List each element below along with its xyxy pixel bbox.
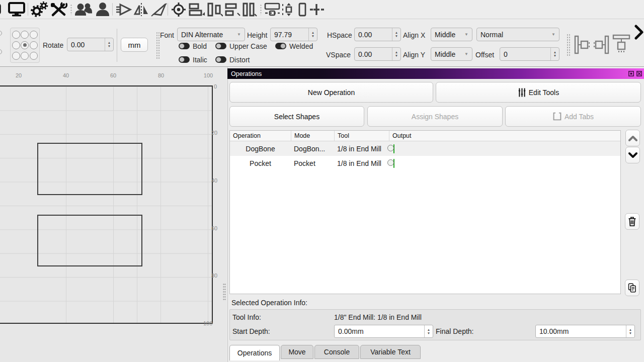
- welded-toggle[interactable]: [275, 43, 286, 49]
- align-to-right-edge-icon[interactable]: [593, 35, 610, 57]
- final-depth-spinbox[interactable]: ▲▼: [535, 325, 635, 338]
- upper-case-toggle[interactable]: [215, 43, 226, 49]
- hspace-input[interactable]: [355, 28, 392, 41]
- duplicate-operation-button[interactable]: [625, 280, 639, 296]
- rectangle-shape-2[interactable]: [37, 215, 142, 266]
- vspace-spinbox[interactable]: ▲▼: [354, 47, 401, 61]
- align-bottom-icon[interactable]: [187, 2, 205, 17]
- column-header-tool[interactable]: Tool: [334, 131, 389, 141]
- settings-gears-icon[interactable]: [30, 2, 48, 17]
- distribute-box-icon[interactable]: [263, 2, 281, 17]
- anchor-middle-left[interactable]: [12, 41, 20, 49]
- distort-toggle[interactable]: [215, 56, 226, 63]
- align-x-value: Middle: [431, 31, 462, 39]
- tools-icon[interactable]: [49, 2, 67, 17]
- tab-operations[interactable]: Operations: [229, 345, 280, 360]
- offset-spinbox[interactable]: ▲▼: [500, 47, 559, 61]
- final-depth-spin-arrows[interactable]: ▲▼: [626, 325, 634, 337]
- select-shapes-button[interactable]: Select Shapes: [229, 106, 364, 127]
- align-to-left-edge-icon[interactable]: [574, 35, 591, 57]
- table-row-pocket[interactable]: Pocket Pocket 1/8 in End Mill: [230, 156, 620, 170]
- anchor-middle-right[interactable]: [30, 41, 38, 49]
- start-depth-spin-arrows[interactable]: ▲▼: [424, 325, 433, 337]
- rectangle-shape-1[interactable]: [37, 143, 142, 195]
- edit-tools-label: Edit Tools: [529, 88, 559, 97]
- move-operation-up-button[interactable]: [625, 130, 640, 146]
- align-x-dropdown[interactable]: Middle ▼: [431, 28, 472, 41]
- anchor-bottom-center[interactable]: [21, 52, 29, 60]
- start-depth-input[interactable]: [335, 325, 424, 337]
- edit-tools-button[interactable]: Edit Tools: [436, 82, 641, 103]
- chevron-down-icon: ▼: [462, 32, 472, 37]
- output-toggle-on[interactable]: [393, 144, 394, 153]
- display-icon[interactable]: [8, 2, 26, 17]
- panel-close-icon[interactable]: [636, 70, 642, 78]
- column-header-output[interactable]: Output: [389, 131, 620, 141]
- origin-target-icon[interactable]: [170, 2, 187, 17]
- bold-toggle[interactable]: [179, 43, 190, 49]
- work-area[interactable]: [0, 85, 213, 324]
- move-operation-down-button[interactable]: [625, 147, 640, 163]
- align-left-bars-icon[interactable]: [223, 2, 242, 17]
- size-bracket-icon[interactable]: [296, 2, 308, 17]
- hspace-spin-arrows[interactable]: ▲▼: [392, 28, 400, 41]
- skew-icon[interactable]: [150, 2, 168, 17]
- user-icon[interactable]: [95, 2, 111, 17]
- new-operation-button[interactable]: New Operation: [229, 82, 433, 103]
- operations-panel-titlebar[interactable]: Operations: [227, 68, 644, 79]
- vspace-spin-arrows[interactable]: ▲▼: [392, 48, 400, 60]
- font-dropdown[interactable]: DIN Alternate ▼: [177, 28, 245, 41]
- anchor-middle-center[interactable]: [21, 41, 29, 49]
- align-y-dropdown[interactable]: Middle ▼: [431, 47, 472, 61]
- distribute-height-icon[interactable]: [281, 2, 296, 17]
- rotate-input[interactable]: [67, 38, 105, 51]
- column-header-operation[interactable]: Operation: [230, 131, 291, 141]
- italic-toggle[interactable]: [179, 56, 190, 63]
- height-spinbox[interactable]: ▲▼: [270, 28, 317, 41]
- align-center-h-icon[interactable]: [205, 2, 223, 17]
- offset-input[interactable]: [500, 48, 550, 60]
- panel-float-icon[interactable]: [628, 70, 634, 78]
- h-ruler-tick: 20: [14, 72, 24, 78]
- delete-operation-button[interactable]: [625, 213, 639, 230]
- height-input[interactable]: [271, 28, 308, 41]
- output-toggle-on[interactable]: [393, 159, 394, 168]
- offset-spin-arrows[interactable]: ▲▼: [550, 48, 559, 60]
- anchor-top-center[interactable]: [21, 31, 29, 39]
- anchor-top-left[interactable]: [12, 31, 20, 39]
- v-ruler-tick: 60: [211, 225, 217, 231]
- column-header-mode[interactable]: Mode: [291, 131, 334, 141]
- units-mm-button[interactable]: mm: [121, 38, 148, 52]
- design-canvas[interactable]: 20 40 60 80 100 0 20 40 60 80 100: [0, 67, 227, 362]
- rotate-spin-arrows[interactable]: ▲▼: [105, 38, 113, 51]
- align-y-label: Align Y: [403, 51, 425, 59]
- final-depth-input[interactable]: [536, 325, 626, 337]
- anchor-bottom-left[interactable]: [12, 52, 20, 60]
- mirror-horizontal-icon[interactable]: [132, 2, 150, 17]
- assign-shapes-button[interactable]: Assign Shapes: [367, 106, 503, 127]
- tab-console[interactable]: Console: [314, 345, 359, 359]
- tab-variable-text[interactable]: Variable Text: [360, 345, 421, 359]
- start-depth-spinbox[interactable]: ▲▼: [334, 325, 433, 338]
- panel-expand-chevron-icon[interactable]: [634, 24, 644, 42]
- anchor-top-right[interactable]: [30, 31, 38, 39]
- vspace-input[interactable]: [355, 48, 392, 60]
- anchor-point-selector[interactable]: [10, 28, 40, 63]
- hspace-spinbox[interactable]: ▲▼: [354, 28, 401, 41]
- add-tabs-button[interactable]: Add Tabs: [505, 106, 641, 127]
- table-row-dogbone[interactable]: DogBone DogBon... 1/8 in End Mill: [230, 141, 620, 156]
- height-spin-arrows[interactable]: ▲▼: [308, 28, 317, 41]
- panel-splitter-handle[interactable]: [223, 283, 226, 301]
- flip-right-icon[interactable]: [115, 2, 133, 17]
- tab-move[interactable]: Move: [281, 345, 313, 359]
- anchor-bottom-right[interactable]: [30, 52, 38, 60]
- rotate-spinbox[interactable]: ▲▼: [67, 38, 114, 51]
- align-to-top-edge-icon[interactable]: [612, 34, 631, 58]
- align-middle-bars-icon[interactable]: [240, 2, 258, 17]
- font-label: Font: [160, 31, 174, 39]
- spacing-markers-icon[interactable]: [308, 2, 326, 17]
- style-dropdown[interactable]: Normal ▼: [476, 28, 559, 41]
- users-group-icon[interactable]: [73, 2, 94, 17]
- operations-table[interactable]: Operation Mode Tool Output DogBone DogBo…: [229, 130, 621, 294]
- window-partial-icon[interactable]: [0, 2, 3, 17]
